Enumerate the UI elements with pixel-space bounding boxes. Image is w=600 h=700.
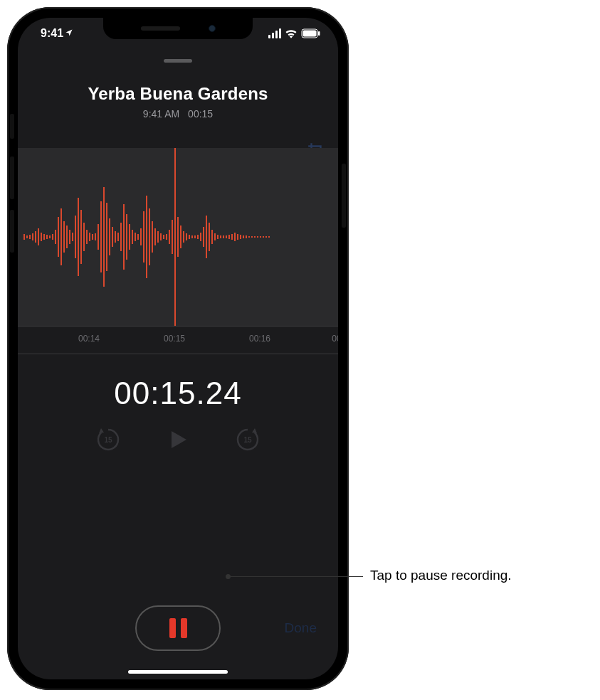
skip-forward-label: 15 [243,436,251,444]
wifi-icon [285,28,298,38]
ruler-tick: 00:15 [164,334,185,344]
pause-icon [169,618,187,638]
recording-title[interactable]: Yerba Buena Gardens [18,84,338,104]
recording-time: 9:41 AM [143,108,179,120]
ruler-tick: 00 [332,334,338,344]
location-icon [65,28,73,39]
skip-back-15-button[interactable]: 15 [94,425,122,454]
front-camera [209,25,216,32]
ringer-switch [10,114,14,139]
elapsed-time: 00:15.24 [18,376,338,411]
recording-sheet: Yerba Buena Gardens 9:41 AM 00:15 00:14 … [18,49,338,679]
sheet-grabber[interactable] [164,59,192,63]
side-button [342,164,346,228]
volume-down-button [10,210,14,253]
ruler-tick: 00:16 [249,334,270,344]
earpiece-speaker [141,26,180,31]
notch [103,18,253,39]
skip-forward-15-button[interactable]: 15 [233,425,262,454]
callout-leader-line [228,576,363,577]
play-button[interactable] [165,427,191,452]
cellular-signal-icon [268,28,281,38]
recording-subtitle: 9:41 AM 00:15 [18,108,338,120]
battery-icon [301,28,321,38]
skip-back-label: 15 [104,436,112,444]
time-ruler[interactable]: 00:14 00:15 00:16 00 [18,326,338,354]
svg-rect-1 [303,31,317,37]
ruler-tick: 00:14 [78,334,100,344]
done-button[interactable]: Done [285,620,317,636]
volume-up-button [10,157,14,199]
pause-recording-button[interactable] [135,605,221,651]
svg-rect-2 [318,31,320,36]
screen: 9:41 Yerba Buena Gardens [18,18,338,679]
waveform-area[interactable]: 00:14 00:15 00:16 00 [18,148,338,354]
recording-duration: 00:15 [188,108,213,120]
home-indicator[interactable] [128,670,228,674]
phone-frame: 9:41 Yerba Buena Gardens [7,7,349,690]
waveform-background [18,148,338,326]
waveform-bars [18,187,270,287]
playhead[interactable] [174,148,176,326]
status-time: 9:41 [41,27,63,40]
callout-text: Tap to pause recording. [370,568,512,583]
playback-controls: 15 15 [18,425,338,454]
